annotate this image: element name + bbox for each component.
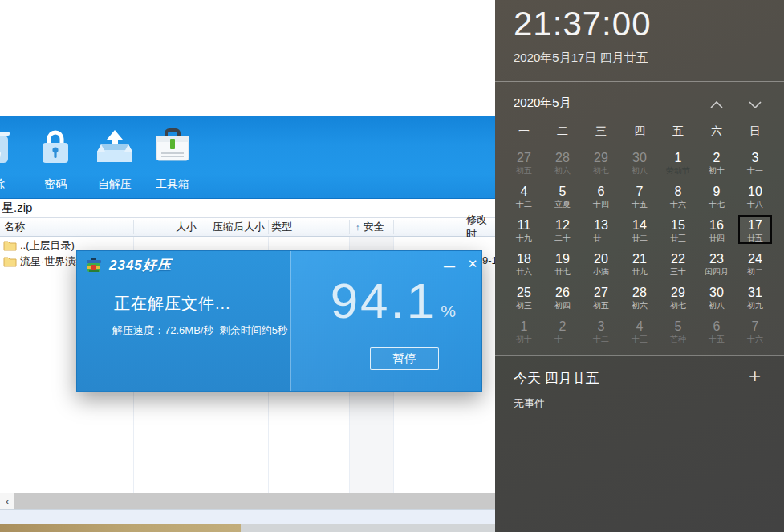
desktop-strip-tan (0, 524, 241, 532)
day-number: 29 (671, 285, 685, 300)
column-header-size[interactable]: 大小 (133, 218, 197, 236)
delete-label: 删除 (0, 177, 5, 192)
calendar-day-28[interactable]: 28初六 (620, 281, 659, 315)
calendar-day-2[interactable]: 2十一 (543, 315, 582, 348)
chevron-up-icon[interactable] (702, 95, 731, 114)
table-row-folder[interactable]: 流星·世界演绎 (3, 254, 86, 270)
calendar-day-8[interactable]: 8十六 (659, 180, 697, 213)
column-header-packed-size[interactable]: 压缩后大小 (201, 218, 265, 236)
calendar-day-12[interactable]: 12二十 (543, 213, 582, 247)
calendar-day-22[interactable]: 22三十 (659, 247, 697, 281)
calendar-day-15[interactable]: 15廿三 (659, 213, 697, 247)
date-link[interactable]: 2020年5月17日 四月廿五 (514, 51, 648, 66)
day-lunar: 初十 (516, 334, 532, 344)
day-lunar: 初五 (516, 165, 532, 176)
day-number: 21 (632, 251, 647, 266)
calendar-day-28[interactable]: 28初六 (543, 146, 582, 180)
calendar-day-11[interactable]: 11十九 (505, 213, 543, 247)
day-lunar: 十九 (516, 233, 532, 243)
calendar-day-27[interactable]: 27初五 (505, 146, 543, 180)
calendar-day-13[interactable]: 13廿一 (582, 213, 620, 247)
calendar-day-5[interactable]: 5立夏 (543, 180, 582, 213)
screen: 删除 密码 (0, 0, 784, 532)
column-header-name[interactable]: 名称 (4, 218, 25, 236)
pause-button[interactable]: 暂停 (370, 347, 439, 370)
column-header-security[interactable]: ↑ 安全 (355, 218, 384, 236)
day-number: 2 (559, 319, 567, 334)
month-label[interactable]: 2020年5月 (514, 95, 571, 111)
self-extract-button[interactable]: 自解压 (92, 126, 137, 197)
password-label: 密码 (44, 177, 67, 192)
folder-icon (3, 240, 17, 251)
calendar-day-7[interactable]: 7十六 (736, 315, 774, 348)
calendar-day-29[interactable]: 29初七 (582, 146, 620, 180)
weekday-label: 四 (620, 124, 659, 142)
day-number: 20 (594, 251, 608, 266)
calendar-day-4[interactable]: 4十三 (620, 315, 659, 348)
toolbox-button[interactable]: 工具箱 (150, 126, 195, 197)
calendar-day-27[interactable]: 27初五 (582, 281, 620, 315)
day-number: 13 (594, 217, 608, 233)
day-lunar: 初八 (709, 300, 725, 311)
calendar-day-14[interactable]: 14廿二 (620, 213, 659, 247)
calendar-day-5[interactable]: 5芒种 (659, 315, 697, 348)
day-number: 15 (671, 217, 685, 233)
day-number: 8 (675, 184, 682, 199)
calendar-day-19[interactable]: 19廿七 (543, 247, 582, 281)
calendar-day-26[interactable]: 26初四 (543, 281, 582, 315)
table-row-parent-dir[interactable]: ..(上层目录) (3, 238, 75, 254)
scroll-left-button[interactable]: ‹ (0, 493, 14, 509)
minimize-button[interactable]: — (442, 261, 457, 272)
day-lunar: 廿二 (632, 233, 648, 243)
calendar-day-3[interactable]: 3十二 (582, 315, 620, 348)
day-number: 7 (636, 184, 644, 199)
calendar-day-29[interactable]: 29初七 (659, 281, 697, 315)
delete-button[interactable]: 删除 (0, 126, 16, 197)
day-lunar: 初三 (516, 300, 532, 311)
horizontal-scrollbar[interactable]: ‹ (0, 493, 495, 509)
column-separator (133, 220, 134, 234)
day-number: 3 (752, 150, 759, 165)
calendar-day-25[interactable]: 25初三 (505, 281, 543, 315)
day-number: 28 (632, 285, 647, 300)
calendar-day-30[interactable]: 30初八 (697, 281, 736, 315)
calendar-day-9[interactable]: 9十七 (697, 180, 736, 213)
calendar-day-4[interactable]: 4十二 (505, 180, 543, 213)
calendar-day-3[interactable]: 3十一 (736, 146, 774, 180)
calendar-day-18[interactable]: 18廿六 (505, 247, 543, 281)
column-header-type[interactable]: 类型 (271, 218, 292, 236)
calendar-day-16[interactable]: 16廿四 (697, 213, 736, 247)
agenda-today-title: 今天 四月廿五 (514, 369, 599, 388)
day-number: 4 (521, 184, 528, 199)
sort-arrow-icon: ↑ (355, 222, 360, 232)
day-lunar: 初十 (709, 165, 725, 176)
day-number: 11 (518, 217, 531, 233)
calendar-day-31[interactable]: 31初九 (736, 281, 774, 315)
day-lunar: 小满 (593, 266, 609, 277)
scrollbar-thumb[interactable] (14, 493, 495, 509)
calendar-day-10[interactable]: 10十八 (736, 180, 774, 213)
calendar-day-6[interactable]: 6十四 (582, 180, 620, 213)
password-button[interactable]: 密码 (33, 126, 78, 197)
desktop-strip-gray (241, 524, 495, 532)
calendar-day-2[interactable]: 2初十 (697, 146, 736, 180)
calendar-day-30[interactable]: 30初八 (620, 146, 659, 180)
day-lunar: 十三 (632, 334, 648, 344)
column-header-modified[interactable]: 修改时 (466, 218, 495, 236)
address-bar[interactable]: 星.zip (0, 199, 495, 218)
chevron-down-icon[interactable] (741, 95, 770, 114)
calendar-day-7[interactable]: 7十五 (620, 180, 659, 213)
calendar-day-6[interactable]: 6十五 (697, 315, 736, 348)
close-button[interactable]: ✕ (465, 256, 481, 272)
calendar-day-17[interactable]: 17廿五 (736, 213, 774, 247)
calendar-day-24[interactable]: 24初二 (736, 247, 774, 281)
add-event-button[interactable]: + (749, 363, 761, 388)
day-lunar: 十二 (516, 199, 532, 209)
day-number: 1 (675, 150, 682, 165)
calendar-day-23[interactable]: 23闰四月 (697, 247, 736, 281)
calendar-day-20[interactable]: 20小满 (582, 247, 620, 281)
calendar-day-1[interactable]: 1初十 (505, 315, 543, 348)
calendar-day-21[interactable]: 21廿九 (620, 247, 659, 281)
day-lunar: 初六 (632, 300, 648, 311)
calendar-day-1[interactable]: 1劳动节 (659, 146, 697, 180)
